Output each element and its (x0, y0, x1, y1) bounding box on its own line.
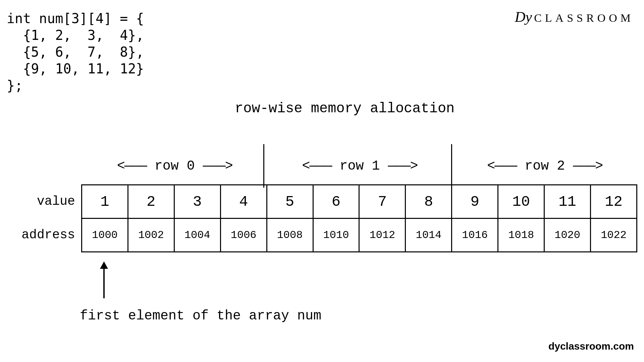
row-header-1: <——— row 1 ———> (267, 159, 452, 174)
value-cell: 11 (544, 185, 591, 219)
value-cell: 4 (220, 185, 267, 219)
value-cell: 2 (128, 185, 174, 219)
value-label: value (7, 184, 75, 218)
logo-text: CLASSROOM (534, 12, 634, 24)
value-cell: 9 (452, 185, 498, 219)
address-cell: 1018 (498, 219, 544, 252)
arrow-left-icon: <——— (487, 159, 517, 174)
memory-table: 1 2 3 4 5 6 7 8 9 10 11 12 1000 1002 100… (81, 184, 637, 252)
arrow-left-icon: <——— (117, 159, 147, 174)
address-cell: 1020 (544, 219, 591, 252)
logo-script: Dy (515, 9, 532, 25)
address-cell: 1014 (406, 219, 452, 252)
arrow-left-icon: <——— (302, 159, 331, 174)
row-label: row 2 (525, 159, 565, 174)
code-block: int num[3][4] = { {1, 2, 3, 4}, {5, 6, 7… (7, 10, 144, 94)
value-cell: 7 (359, 185, 406, 219)
value-cell: 6 (313, 185, 359, 219)
address-cell: 1008 (267, 219, 313, 252)
value-cell: 10 (498, 185, 544, 219)
arrow-right-icon: ———> (388, 159, 418, 174)
address-cell: 1006 (220, 219, 267, 252)
memory-table-wrap: value address 1 2 3 4 5 6 7 8 9 10 11 12… (7, 184, 637, 252)
row-header-2: <——— row 2 ———> (452, 159, 637, 174)
row-label: row 1 (339, 159, 380, 174)
arrow-up-icon (99, 261, 109, 298)
value-cell: 1 (82, 185, 128, 219)
address-cell: 1016 (452, 219, 498, 252)
brand-logo: DyCLASSROOM (515, 8, 634, 25)
value-cell: 8 (406, 185, 452, 219)
address-cell: 1004 (174, 219, 220, 252)
value-cell: 5 (267, 185, 313, 219)
address-cell: 1000 (82, 219, 128, 252)
arrow-right-icon: ———> (203, 159, 232, 174)
value-cell: 3 (174, 185, 220, 219)
address-cell: 1022 (591, 219, 637, 252)
row-headers: <——— row 0 ———> <——— row 1 ———> <——— row… (82, 147, 637, 184)
memory-diagram: <——— row 0 ———> <——— row 1 ———> <——— row… (7, 147, 637, 252)
arrow-right-icon: ———> (573, 159, 602, 174)
address-cell: 1010 (313, 219, 359, 252)
row-header-0: <——— row 0 ———> (82, 159, 267, 174)
value-cell: 12 (591, 185, 637, 219)
first-element-caption: first element of the array num (80, 308, 321, 323)
address-label: address (7, 218, 75, 251)
address-row: 1000 1002 1004 1006 1008 1010 1012 1014 … (82, 219, 637, 252)
address-cell: 1012 (359, 219, 406, 252)
address-cell: 1002 (128, 219, 174, 252)
footer-credit: dyclassroom.com (548, 341, 634, 352)
side-labels: value address (7, 184, 81, 251)
svg-marker-1 (100, 261, 108, 269)
value-row: 1 2 3 4 5 6 7 8 9 10 11 12 (82, 185, 637, 219)
row-label: row 0 (155, 159, 195, 174)
diagram-title: row-wise memory allocation (235, 101, 454, 117)
